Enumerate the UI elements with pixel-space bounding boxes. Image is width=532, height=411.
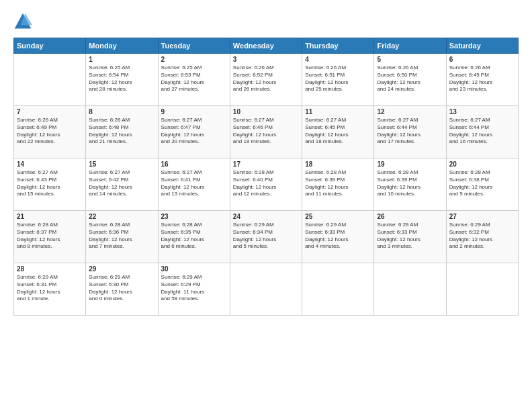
header-cell-thursday: Thursday: [302, 38, 374, 54]
week-row-1: 1Sunrise: 6:25 AM Sunset: 6:54 PM Daylig…: [14, 54, 519, 106]
cell-info: Sunrise: 6:29 AM Sunset: 6:32 PM Dayligh…: [449, 222, 515, 250]
header-row: SundayMondayTuesdayWednesdayThursdayFrid…: [14, 38, 519, 54]
header-cell-monday: Monday: [86, 38, 158, 54]
day-number: 30: [161, 265, 227, 273]
calendar-cell: [446, 263, 518, 316]
calendar-cell: [14, 54, 86, 106]
day-number: 2: [161, 56, 227, 63]
day-number: 12: [377, 108, 443, 116]
cell-info: Sunrise: 6:27 AM Sunset: 6:47 PM Dayligh…: [161, 117, 227, 146]
day-number: 17: [233, 161, 299, 168]
calendar-cell: 1Sunrise: 6:25 AM Sunset: 6:54 PM Daylig…: [86, 54, 158, 106]
calendar-cell: 2Sunrise: 6:25 AM Sunset: 6:53 PM Daylig…: [158, 54, 230, 106]
week-row-4: 21Sunrise: 6:28 AM Sunset: 6:37 PM Dayli…: [14, 211, 519, 263]
calendar-cell: 23Sunrise: 6:28 AM Sunset: 6:35 PM Dayli…: [158, 211, 230, 263]
day-number: 21: [17, 213, 83, 220]
cell-info: Sunrise: 6:25 AM Sunset: 6:54 PM Dayligh…: [89, 64, 154, 93]
header-cell-sunday: Sunday: [14, 38, 86, 54]
cell-info: Sunrise: 6:28 AM Sunset: 6:36 PM Dayligh…: [89, 222, 154, 250]
calendar-cell: [374, 263, 446, 316]
header-cell-saturday: Saturday: [446, 38, 518, 54]
calendar-cell: 6Sunrise: 6:26 AM Sunset: 6:49 PM Daylig…: [446, 54, 518, 106]
calendar-cell: 12Sunrise: 6:27 AM Sunset: 6:44 PM Dayli…: [374, 106, 446, 158]
day-number: 20: [449, 161, 515, 168]
day-number: 29: [89, 265, 154, 273]
calendar-cell: 9Sunrise: 6:27 AM Sunset: 6:47 PM Daylig…: [158, 106, 230, 158]
day-number: 14: [17, 161, 83, 168]
cell-info: Sunrise: 6:28 AM Sunset: 6:39 PM Dayligh…: [377, 169, 443, 198]
cell-info: Sunrise: 6:26 AM Sunset: 6:51 PM Dayligh…: [305, 64, 371, 93]
cell-info: Sunrise: 6:27 AM Sunset: 6:43 PM Dayligh…: [17, 169, 83, 198]
cell-info: Sunrise: 6:26 AM Sunset: 6:49 PM Dayligh…: [17, 117, 83, 146]
cell-info: Sunrise: 6:27 AM Sunset: 6:44 PM Dayligh…: [377, 117, 443, 146]
cell-info: Sunrise: 6:29 AM Sunset: 6:31 PM Dayligh…: [17, 274, 83, 303]
cell-info: Sunrise: 6:29 AM Sunset: 6:29 PM Dayligh…: [161, 274, 227, 303]
calendar-cell: 24Sunrise: 6:29 AM Sunset: 6:34 PM Dayli…: [230, 211, 302, 263]
calendar-cell: 14Sunrise: 6:27 AM Sunset: 6:43 PM Dayli…: [14, 158, 86, 211]
calendar-cell: [302, 263, 374, 316]
calendar-table: SundayMondayTuesdayWednesdayThursdayFrid…: [13, 38, 519, 316]
day-number: 6: [449, 56, 515, 63]
day-number: 5: [377, 56, 443, 63]
cell-info: Sunrise: 6:28 AM Sunset: 6:37 PM Dayligh…: [17, 222, 83, 250]
calendar-cell: 26Sunrise: 6:29 AM Sunset: 6:33 PM Dayli…: [374, 211, 446, 263]
calendar-cell: 3Sunrise: 6:26 AM Sunset: 6:52 PM Daylig…: [230, 54, 302, 106]
calendar-cell: 28Sunrise: 6:29 AM Sunset: 6:31 PM Dayli…: [14, 263, 86, 316]
day-number: 15: [89, 161, 154, 168]
cell-info: Sunrise: 6:29 AM Sunset: 6:33 PM Dayligh…: [305, 222, 371, 250]
logo-icon: [13, 12, 32, 31]
cell-info: Sunrise: 6:29 AM Sunset: 6:34 PM Dayligh…: [233, 222, 299, 250]
header-cell-tuesday: Tuesday: [158, 38, 230, 54]
logo: [13, 12, 34, 31]
page: SundayMondayTuesdayWednesdayThursdayFrid…: [0, 0, 532, 411]
day-number: 26: [377, 213, 443, 220]
cell-info: Sunrise: 6:27 AM Sunset: 6:44 PM Dayligh…: [449, 117, 515, 146]
header-cell-wednesday: Wednesday: [230, 38, 302, 54]
day-number: 9: [161, 108, 227, 116]
week-row-3: 14Sunrise: 6:27 AM Sunset: 6:43 PM Dayli…: [14, 158, 519, 211]
cell-info: Sunrise: 6:28 AM Sunset: 6:38 PM Dayligh…: [449, 169, 515, 198]
cell-info: Sunrise: 6:29 AM Sunset: 6:33 PM Dayligh…: [377, 222, 443, 250]
day-number: 27: [449, 213, 515, 220]
calendar-cell: 8Sunrise: 6:26 AM Sunset: 6:48 PM Daylig…: [86, 106, 158, 158]
cell-info: Sunrise: 6:25 AM Sunset: 6:53 PM Dayligh…: [161, 64, 227, 93]
header: [13, 12, 519, 31]
calendar-cell: 10Sunrise: 6:27 AM Sunset: 6:46 PM Dayli…: [230, 106, 302, 158]
cell-info: Sunrise: 6:26 AM Sunset: 6:49 PM Dayligh…: [449, 64, 515, 93]
calendar-cell: 29Sunrise: 6:29 AM Sunset: 6:30 PM Dayli…: [86, 263, 158, 316]
calendar-cell: 21Sunrise: 6:28 AM Sunset: 6:37 PM Dayli…: [14, 211, 86, 263]
day-number: 11: [305, 108, 371, 116]
calendar-cell: 7Sunrise: 6:26 AM Sunset: 6:49 PM Daylig…: [14, 106, 86, 158]
day-number: 23: [161, 213, 227, 220]
calendar-cell: [230, 263, 302, 316]
day-number: 25: [305, 213, 371, 220]
cell-info: Sunrise: 6:28 AM Sunset: 6:35 PM Dayligh…: [161, 222, 227, 250]
day-number: 19: [377, 161, 443, 168]
calendar-cell: 27Sunrise: 6:29 AM Sunset: 6:32 PM Dayli…: [446, 211, 518, 263]
day-number: 3: [233, 56, 299, 63]
calendar-cell: 11Sunrise: 6:27 AM Sunset: 6:45 PM Dayli…: [302, 106, 374, 158]
calendar-cell: 5Sunrise: 6:26 AM Sunset: 6:50 PM Daylig…: [374, 54, 446, 106]
cell-info: Sunrise: 6:29 AM Sunset: 6:30 PM Dayligh…: [89, 274, 154, 303]
cell-info: Sunrise: 6:27 AM Sunset: 6:45 PM Dayligh…: [305, 117, 371, 146]
day-number: 18: [305, 161, 371, 168]
calendar-cell: 25Sunrise: 6:29 AM Sunset: 6:33 PM Dayli…: [302, 211, 374, 263]
calendar-cell: 22Sunrise: 6:28 AM Sunset: 6:36 PM Dayli…: [86, 211, 158, 263]
day-number: 24: [233, 213, 299, 220]
cell-info: Sunrise: 6:26 AM Sunset: 6:52 PM Dayligh…: [233, 64, 299, 93]
calendar-cell: 20Sunrise: 6:28 AM Sunset: 6:38 PM Dayli…: [446, 158, 518, 211]
cell-info: Sunrise: 6:27 AM Sunset: 6:46 PM Dayligh…: [233, 117, 299, 146]
calendar-cell: 4Sunrise: 6:26 AM Sunset: 6:51 PM Daylig…: [302, 54, 374, 106]
cell-info: Sunrise: 6:26 AM Sunset: 6:48 PM Dayligh…: [89, 117, 154, 146]
week-row-5: 28Sunrise: 6:29 AM Sunset: 6:31 PM Dayli…: [14, 263, 519, 316]
calendar-cell: 18Sunrise: 6:28 AM Sunset: 6:39 PM Dayli…: [302, 158, 374, 211]
calendar-cell: 15Sunrise: 6:27 AM Sunset: 6:42 PM Dayli…: [86, 158, 158, 211]
day-number: 16: [161, 161, 227, 168]
day-number: 22: [89, 213, 154, 220]
day-number: 10: [233, 108, 299, 116]
cell-info: Sunrise: 6:27 AM Sunset: 6:41 PM Dayligh…: [161, 169, 227, 198]
calendar-cell: 16Sunrise: 6:27 AM Sunset: 6:41 PM Dayli…: [158, 158, 230, 211]
cell-info: Sunrise: 6:28 AM Sunset: 6:40 PM Dayligh…: [233, 169, 299, 198]
day-number: 8: [89, 108, 154, 116]
calendar-cell: 19Sunrise: 6:28 AM Sunset: 6:39 PM Dayli…: [374, 158, 446, 211]
